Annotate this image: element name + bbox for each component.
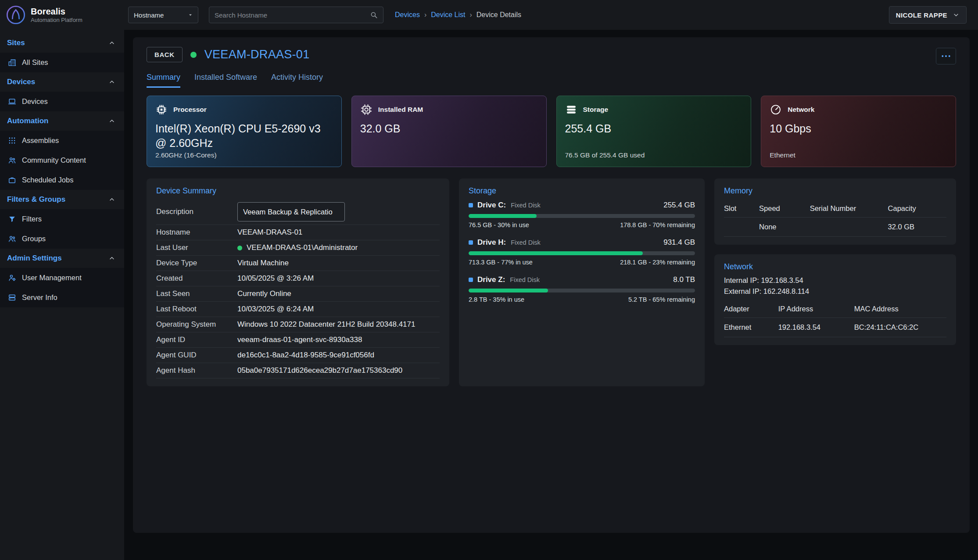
back-button[interactable]: BACK [147, 47, 183, 62]
memory-panel: Memory Slot Speed Serial Number Capacity… [714, 178, 956, 245]
sidebar-item-label: Groups [22, 235, 46, 243]
card-value: 32.0 GB [360, 121, 538, 136]
card-value: Intel(R) Xeon(R) CPU E5-2690 v3 @ 2.60GH… [155, 121, 333, 150]
sidebar-item-user-management[interactable]: User Management [0, 268, 124, 288]
storage-stack-icon [565, 103, 577, 116]
breadcrumb-device-list[interactable]: Device List [431, 11, 465, 19]
sidebar-item-label: Devices [22, 97, 48, 106]
tab-summary[interactable]: Summary [147, 73, 180, 88]
chevron-up-icon [108, 78, 115, 86]
card-footer: Ethernet [770, 151, 947, 159]
search-field-dropdown[interactable]: Hostname [128, 7, 198, 23]
summary-row-created: Created 10/05/2025 @ 3:26 AM [156, 271, 440, 286]
network-cell-ip: 192.168.3.54 [778, 318, 854, 337]
sidebar-item-label: Filters [22, 215, 42, 223]
search-field-dropdown-label: Hostname [134, 11, 164, 19]
drive-z: Drive Z: Fixed Disk 8.0 TB 2.8 TB - 35% … [469, 275, 695, 303]
filters-icon [8, 215, 16, 223]
network-card: Network 10 Gbps Ethernet [761, 96, 956, 167]
card-label: Installed RAM [378, 106, 423, 114]
installed-ram-card: Installed RAM 32.0 GB [351, 96, 547, 167]
card-label: Storage [583, 106, 609, 114]
brand-name: Borealis [31, 7, 82, 17]
devices-icon [8, 97, 16, 106]
user-name: NICOLE RAPPE [896, 11, 947, 19]
sidebar-section-sites[interactable]: Sites [0, 33, 124, 53]
summary-row-last-reboot: Last Reboot 10/03/2025 @ 6:24 AM [156, 302, 440, 317]
panel-title: Memory [724, 186, 946, 196]
device-name: VEEAM-DRAAS-01 [204, 48, 310, 61]
sidebar: Sites All Sites Devices Devices Automati… [0, 30, 125, 560]
brand-subtitle: Automation Platform [31, 17, 82, 23]
sidebar-item-community-content[interactable]: Community Content [0, 150, 124, 170]
user-online-dot [237, 246, 242, 250]
more-actions-button[interactable] [936, 48, 956, 64]
storage-card: Storage 255.4 GB 76.5 GB of 255.4 GB use… [556, 96, 752, 167]
sidebar-section-devices[interactable]: Devices [0, 72, 124, 92]
community-content-icon [8, 156, 16, 164]
breadcrumb: Devices › Device List › Device Details [395, 11, 521, 19]
panel-title: Storage [469, 186, 695, 196]
sidebar-item-label: All Sites [22, 58, 48, 67]
sidebar-item-filters[interactable]: Filters [0, 209, 124, 229]
brand: Borealis Automation Platform [0, 5, 125, 25]
assemblies-icon [8, 136, 16, 145]
drive-usage-bar [469, 214, 695, 218]
search-icon[interactable] [370, 11, 378, 19]
chevron-up-icon [108, 255, 115, 262]
summary-row-agent-guid: Agent GUID de16c0c1-8aa2-4d18-9585-9ce91… [156, 348, 440, 363]
storage-panel: Storage Drive C: Fixed Disk 255.4 GB [459, 178, 705, 386]
scheduled-jobs-icon [8, 176, 16, 184]
tab-installed-software[interactable]: Installed Software [194, 73, 257, 88]
drive-remaining: 178.8 GB - 70% remaining [620, 221, 695, 228]
sidebar-item-label: Community Content [22, 156, 86, 164]
device-header: BACK VEEAM-DRAAS-01 [147, 47, 956, 62]
summary-row-last-user: Last User VEEAM-DRAAS-01\Administrator [156, 240, 440, 256]
breadcrumb-devices[interactable]: Devices [395, 11, 420, 19]
drive-usage-bar [469, 289, 695, 292]
dropdown-caret-icon [187, 12, 193, 18]
sidebar-item-server-info[interactable]: Server Info [0, 288, 124, 307]
drive-remaining: 5.2 TB - 65% remaining [628, 296, 695, 303]
search-input[interactable] [215, 11, 370, 19]
memory-cell-serial [810, 218, 888, 237]
user-management-icon [8, 274, 16, 282]
breadcrumb-current: Device Details [476, 11, 521, 19]
chevron-up-icon [108, 118, 115, 125]
sidebar-item-label: Assemblies [22, 136, 59, 145]
memory-header-serial: Serial Number [810, 199, 888, 218]
sidebar-item-scheduled-jobs[interactable]: Scheduled Jobs [0, 170, 124, 190]
sidebar-section-filters-groups[interactable]: Filters & Groups [0, 190, 124, 209]
sidebar-item-groups[interactable]: Groups [0, 229, 124, 249]
description-input[interactable] [237, 202, 345, 221]
memory-cell-capacity: 32.0 GB [888, 218, 946, 237]
memory-cell-speed: None [759, 218, 810, 237]
stat-cards: Processor Intel(R) Xeon(R) CPU E5-2690 v… [147, 96, 956, 167]
server-info-icon [8, 293, 16, 302]
chevron-up-icon [108, 196, 115, 203]
drive-used: 2.8 TB - 35% in use [469, 296, 524, 303]
breadcrumb-separator: › [424, 11, 426, 19]
drive-remaining: 218.1 GB - 23% remaining [620, 259, 695, 266]
sidebar-item-all-sites[interactable]: All Sites [0, 53, 124, 72]
ellipsis-icon [941, 54, 951, 58]
groups-icon [8, 235, 16, 243]
sidebar-section-automation[interactable]: Automation [0, 111, 124, 131]
summary-row-description: Description [156, 199, 440, 225]
tab-activity-history[interactable]: Activity History [271, 73, 323, 88]
summary-row-agent-id: Agent ID veeam-draas-01-agent-svc-8930a3… [156, 332, 440, 348]
card-label: Processor [173, 106, 207, 114]
network-cell-mac: BC:24:11:CA:C6:2C [854, 318, 946, 337]
network-header-ip: IP Address [778, 300, 854, 318]
drive-h: Drive H: Fixed Disk 931.4 GB 713.3 GB - … [469, 238, 695, 266]
device-online-dot [190, 52, 197, 58]
user-menu-button[interactable]: NICOLE RAPPE [889, 6, 967, 24]
sidebar-item-devices[interactable]: Devices [0, 92, 124, 111]
sidebar-item-assemblies[interactable]: Assemblies [0, 131, 124, 150]
card-value: 255.4 GB [565, 121, 743, 136]
drive-bullet-icon [469, 240, 473, 245]
sidebar-item-label: Scheduled Jobs [22, 176, 73, 184]
memory-cell-slot [724, 218, 759, 237]
sidebar-section-admin-settings[interactable]: Admin Settings [0, 249, 124, 268]
drive-used: 76.5 GB - 30% in use [469, 221, 529, 228]
